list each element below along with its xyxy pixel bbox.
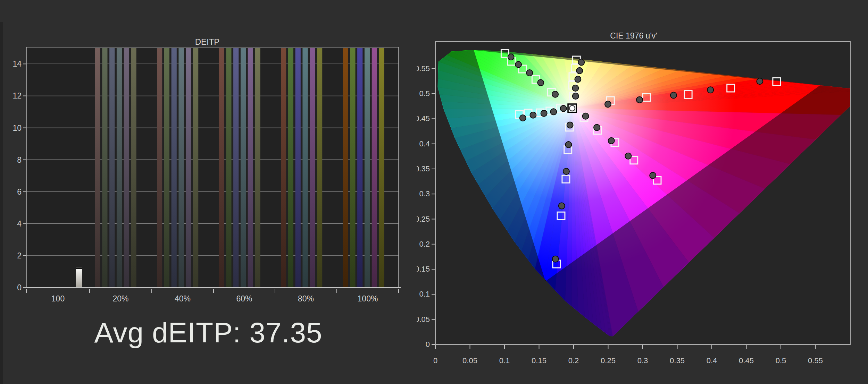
x-group-label: 40%	[175, 294, 191, 303]
y-tick-label: 4	[17, 219, 22, 228]
bar-green-60%	[226, 48, 231, 287]
x-group-label: 80%	[298, 294, 314, 303]
y-tick-label: 0.2	[419, 240, 430, 248]
cie-1976-chromaticity-chart: 00.050.10.150.20.250.30.350.40.450.50.55…	[417, 0, 868, 384]
measured-dot-red	[636, 97, 643, 103]
y-tick-label: 0.4	[419, 139, 430, 148]
bar-yellow-100%	[379, 48, 384, 287]
measured-dot-cyan	[520, 115, 526, 121]
y-tick-label: 0.55	[417, 64, 430, 73]
measured-dot-magenta	[608, 138, 615, 144]
measured-dot-yellow	[576, 68, 583, 74]
measured-dot-blue	[567, 122, 573, 128]
y-tick-label: 0	[426, 340, 430, 349]
x-tick-label: 0.25	[601, 356, 616, 365]
y-tick-label: 0	[17, 283, 22, 292]
measured-dot-red	[670, 92, 677, 98]
bar-cyan-100%	[365, 48, 370, 287]
bar-cyan-80%	[302, 48, 308, 287]
bar-yellow-80%	[317, 48, 322, 287]
measured-dot-green	[526, 70, 533, 76]
measured-dot-cyan	[550, 109, 557, 115]
chart-title: CIE 1976 u'v'	[610, 31, 657, 40]
bar-green-40%	[164, 48, 169, 287]
measured-dot-red	[707, 87, 713, 93]
bar-magenta-60%	[248, 48, 253, 287]
measured-dot-blue	[559, 203, 565, 209]
x-tick-label: 0	[433, 356, 437, 365]
bar-cyan-60%	[241, 48, 246, 287]
x-tick-label: 0.2	[568, 356, 579, 365]
x-group-label: 100	[51, 294, 65, 303]
x-tick-label: 0.15	[532, 356, 546, 365]
cie-chart-panel: 00.050.10.150.20.250.30.350.40.450.50.55…	[417, 0, 868, 384]
bar-blue-60%	[233, 48, 239, 287]
bar-red-80%	[281, 48, 286, 287]
bar-yellow-60%	[255, 48, 260, 287]
measured-dot-green	[552, 91, 558, 97]
measured-dot-cyan	[541, 110, 547, 117]
y-tick-label: 0.35	[417, 164, 430, 173]
x-group-label: 60%	[236, 294, 252, 303]
y-tick-label: 0.25	[417, 215, 430, 223]
bar-red-100%	[343, 48, 348, 287]
white-point-bar-cap	[76, 267, 82, 269]
y-tick-label: 0.05	[417, 315, 430, 324]
x-group-label: 20%	[112, 294, 128, 303]
y-tick-label: 0.3	[419, 189, 430, 198]
plot-background	[26, 47, 399, 288]
y-tick-label: 12	[12, 91, 22, 100]
y-tick-label: 14	[12, 59, 22, 68]
bar-green-20%	[102, 48, 107, 287]
y-tick-label: 0.1	[419, 290, 430, 298]
measured-dot-yellow	[572, 85, 578, 91]
bar-yellow-40%	[193, 48, 198, 287]
bar-green-100%	[350, 48, 355, 287]
measured-dot-yellow	[578, 59, 584, 65]
calibration-report: 0246810121410020%40%60%80%100%DEITP Avg …	[0, 0, 868, 384]
x-tick-label: 0.3	[637, 356, 648, 365]
bar-blue-100%	[357, 48, 362, 287]
measured-dot-green	[537, 79, 544, 86]
x-tick-label: 0.45	[739, 356, 754, 365]
bar-magenta-40%	[186, 48, 191, 287]
bar-red-20%	[95, 48, 100, 287]
y-tick-label: 2	[17, 251, 22, 260]
measured-dot-magenta	[594, 125, 600, 131]
avg-deitp-label: Avg dEITP: 37.35	[0, 316, 417, 349]
measured-dot-yellow	[573, 93, 579, 99]
x-tick-label: 0.4	[707, 356, 717, 365]
measured-dot-magenta	[583, 113, 589, 119]
bar-magenta-100%	[372, 48, 377, 287]
measured-dot-red	[757, 78, 763, 84]
bar-magenta-80%	[310, 48, 315, 287]
y-tick-label: 8	[17, 155, 22, 164]
bar-blue-20%	[109, 48, 115, 287]
measured-dot-magenta	[625, 153, 631, 159]
measured-dot-green	[515, 61, 521, 68]
y-tick-label: 0.15	[417, 265, 430, 273]
measured-dot-blue	[563, 168, 569, 174]
white-point-bar	[76, 267, 82, 287]
bar-red-60%	[219, 48, 224, 287]
bar-cyan-40%	[178, 48, 184, 287]
measured-dot-blue	[565, 142, 571, 148]
x-tick-label: 0.05	[462, 356, 477, 365]
y-tick-label: 0.45	[417, 114, 430, 123]
y-tick-label: 10	[12, 123, 22, 133]
x-group-label: 100%	[358, 294, 378, 303]
measured-dot-magenta	[650, 172, 656, 179]
bar-blue-80%	[295, 48, 301, 287]
bar-cyan-20%	[117, 48, 122, 287]
x-tick-label: 0.1	[499, 356, 510, 365]
measured-dot-green	[508, 54, 514, 60]
bar-red-40%	[157, 48, 162, 287]
bar-green-80%	[288, 48, 293, 287]
x-tick-label: 0.5	[776, 356, 786, 365]
measured-dot-blue	[552, 256, 559, 262]
white-point-measured-dot	[569, 105, 575, 111]
y-tick-label: 0.5	[419, 89, 430, 98]
chart-title: DEITP	[195, 37, 220, 46]
x-tick-label: 0.35	[670, 356, 685, 365]
measured-dot-red	[605, 101, 611, 107]
